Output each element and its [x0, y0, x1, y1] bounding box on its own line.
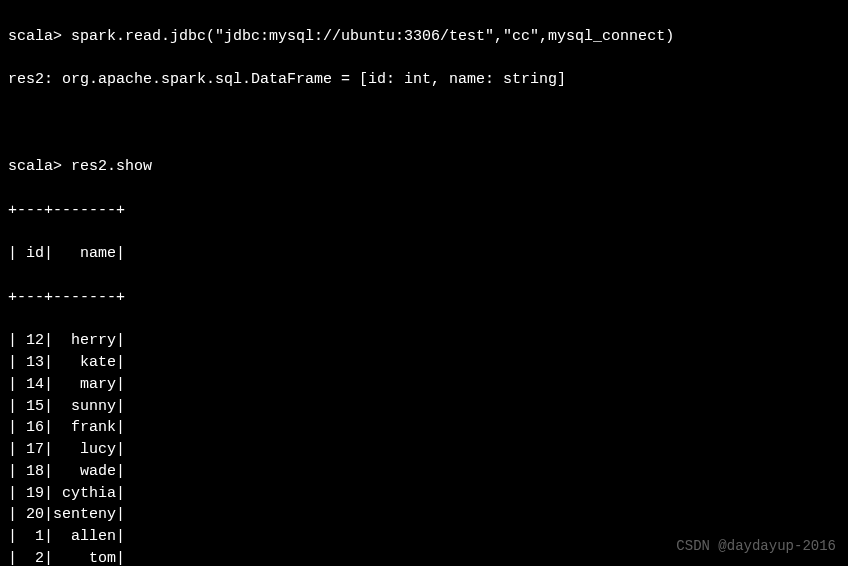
table-row: | 17| lucy|	[8, 439, 840, 461]
table-border-top: +---+-------+	[8, 200, 840, 222]
table-row: | 20|senteny|	[8, 504, 840, 526]
blank-line	[8, 113, 840, 135]
table-row: | 16| frank|	[8, 417, 840, 439]
watermark-text: CSDN @daydayup-2016	[676, 536, 836, 556]
table-row: | 18| wade|	[8, 461, 840, 483]
scala-prompt: scala>	[8, 158, 62, 175]
table-row: | 15| sunny|	[8, 396, 840, 418]
command-line-2: scala> res2.show	[8, 156, 840, 178]
table-rows-container: | 12| herry|| 13| kate|| 14| mary|| 15| …	[8, 330, 840, 566]
command-text-2: res2.show	[71, 158, 152, 175]
result-line-1: res2: org.apache.spark.sql.DataFrame = […	[8, 69, 840, 91]
command-line-1: scala> spark.read.jdbc("jdbc:mysql://ubu…	[8, 26, 840, 48]
table-row: | 14| mary|	[8, 374, 840, 396]
table-header: | id| name|	[8, 243, 840, 265]
table-border-mid: +---+-------+	[8, 287, 840, 309]
table-row: | 12| herry|	[8, 330, 840, 352]
command-text-1: spark.read.jdbc("jdbc:mysql://ubuntu:330…	[71, 28, 674, 45]
scala-prompt: scala>	[8, 28, 62, 45]
table-row: | 13| kate|	[8, 352, 840, 374]
table-row: | 19| cythia|	[8, 483, 840, 505]
terminal-output[interactable]: scala> spark.read.jdbc("jdbc:mysql://ubu…	[8, 4, 840, 566]
